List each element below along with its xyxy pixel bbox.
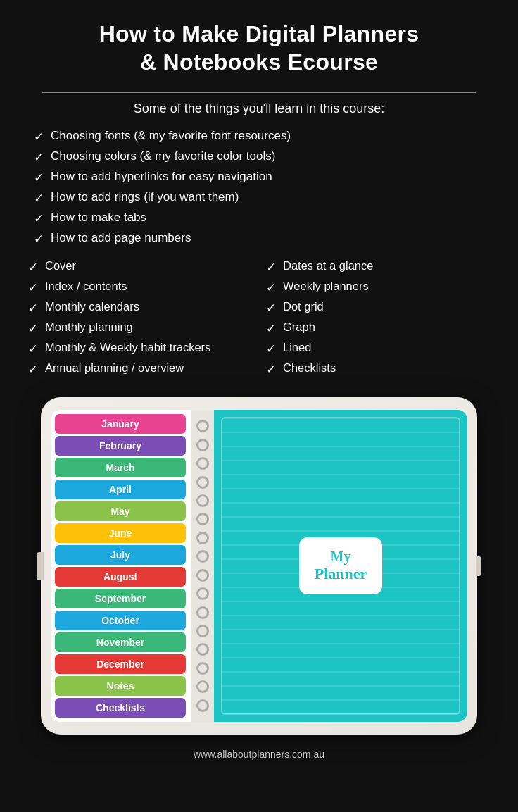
spiral-ring — [196, 699, 209, 712]
planner-cover: My Planner — [214, 410, 467, 722]
check-icon: ✓ — [34, 211, 44, 226]
planner-tab[interactable]: September — [55, 589, 186, 608]
spiral-ring — [196, 439, 209, 451]
check-icon: ✓ — [266, 301, 276, 316]
spiral-ring — [196, 606, 209, 619]
planner-tab[interactable]: December — [55, 654, 186, 674]
check-icon: ✓ — [28, 280, 38, 295]
checklist-text: How to add page numbers — [51, 231, 191, 245]
tablet-screen: JanuaryFebruaryMarchAprilMayJuneJulyAugu… — [51, 410, 467, 722]
checklist-text: Choosing colors (& my favorite color too… — [51, 149, 275, 163]
planner-tab-list: JanuaryFebruaryMarchAprilMayJuneJulyAugu… — [51, 410, 191, 722]
spiral-ring — [196, 680, 209, 693]
planner-tab[interactable]: April — [55, 480, 186, 499]
checklist-text: Graph — [283, 320, 315, 334]
checklist-text: Lined — [283, 341, 311, 354]
check-icon: ✓ — [34, 191, 44, 206]
checklist-text: Annual planning / overview — [45, 361, 184, 375]
page: How to Make Digital Planners& Notebooks … — [0, 0, 518, 770]
planner-tab[interactable]: Checklists — [55, 698, 186, 718]
spiral-ring — [196, 643, 209, 656]
spiral-ring — [196, 476, 209, 489]
checklist-text: Monthly calendars — [45, 300, 139, 313]
checklist-item: ✓Dot grid — [266, 300, 490, 316]
checklist-text: How to add hyperlinks for easy navigatio… — [51, 170, 272, 184]
check-icon: ✓ — [266, 260, 276, 275]
spiral-binding — [191, 410, 214, 722]
check-icon: ✓ — [28, 321, 38, 336]
spiral-ring — [196, 532, 209, 544]
planner-tab[interactable]: February — [55, 436, 186, 456]
check-icon: ✓ — [28, 301, 38, 316]
checklist-text: Cover — [45, 259, 76, 273]
planner-tab[interactable]: November — [55, 632, 186, 652]
header: How to Make Digital Planners& Notebooks … — [0, 0, 518, 83]
planner-my-text: My — [315, 549, 367, 565]
checklist-item: ✓How to make tabs — [34, 211, 484, 226]
planner-tab[interactable]: October — [55, 611, 186, 630]
checklist-item: ✓Dates at a glance — [266, 259, 490, 275]
subtitle: Some of the things you'll learn in this … — [0, 101, 518, 116]
spiral-ring — [196, 625, 209, 637]
checklist-item: ✓Weekly planners — [266, 280, 490, 295]
checklist-text: Monthly & Weekly habit trackers — [45, 341, 210, 354]
checklist-item: ✓Annual planning / overview — [28, 361, 252, 377]
checklist-text: Index / contents — [45, 280, 127, 293]
checklist-text: Monthly planning — [45, 320, 133, 334]
checklist-item: ✓Index / contents — [28, 280, 252, 295]
checklist-item: ✓Monthly calendars — [28, 300, 252, 316]
checklist-item: ✓Choosing fonts (& my favorite font reso… — [34, 129, 484, 144]
check-icon: ✓ — [34, 232, 44, 246]
checklist-text: Choosing fonts (& my favorite font resou… — [51, 129, 291, 143]
check-icon: ✓ — [266, 362, 276, 377]
checklist-item: ✓Cover — [28, 259, 252, 275]
checklist-text: Weekly planners — [283, 280, 369, 293]
check-icon: ✓ — [28, 260, 38, 275]
spiral-ring — [196, 457, 209, 470]
left-column: ✓Cover✓Index / contents✓Monthly calendar… — [28, 259, 252, 382]
two-column-list: ✓Cover✓Index / contents✓Monthly calendar… — [0, 259, 518, 382]
check-icon: ✓ — [34, 170, 44, 185]
tablet-home-button — [37, 552, 44, 580]
spiral-ring — [196, 662, 209, 675]
check-icon: ✓ — [28, 362, 38, 377]
check-icon: ✓ — [34, 150, 44, 165]
planner-tab[interactable]: August — [55, 567, 186, 587]
spiral-ring — [196, 420, 209, 432]
checklist-text: Dot grid — [283, 300, 324, 313]
planner-tab[interactable]: May — [55, 501, 186, 521]
check-icon: ✓ — [266, 342, 276, 356]
checklist-text: Checklists — [283, 361, 336, 375]
right-column: ✓Dates at a glance✓Weekly planners✓Dot g… — [266, 259, 490, 382]
main-title: How to Make Digital Planners& Notebooks … — [28, 20, 490, 76]
checklist-item: ✓Checklists — [266, 361, 490, 377]
spiral-ring — [196, 587, 209, 600]
checklist-item: ✓Graph — [266, 320, 490, 336]
checklist-item: ✓Lined — [266, 341, 490, 356]
divider — [42, 92, 476, 93]
checklist-item: ✓Choosing colors (& my favorite color to… — [34, 149, 484, 165]
planner-tab[interactable]: March — [55, 458, 186, 477]
checklist-text: How to make tabs — [51, 211, 146, 225]
planner-tab[interactable]: Notes — [55, 676, 186, 696]
planner-tab[interactable]: January — [55, 414, 186, 434]
planner-title-box: My Planner — [299, 537, 383, 594]
tablet-power-button — [476, 556, 481, 576]
footer: www.allaboutplanners.com.au — [0, 742, 518, 770]
planner-tab[interactable]: June — [55, 523, 186, 543]
check-icon: ✓ — [266, 280, 276, 295]
checklist-item: ✓How to add rings (if you want them) — [34, 190, 484, 206]
checklist-item: ✓How to add hyperlinks for easy navigati… — [34, 170, 484, 185]
checklist-text: Dates at a glance — [283, 259, 373, 273]
checklist-text: How to add rings (if you want them) — [51, 190, 239, 204]
checklist-item: ✓Monthly planning — [28, 320, 252, 336]
spiral-ring — [196, 550, 209, 563]
planner-tab[interactable]: July — [55, 545, 186, 565]
tablet-container: JanuaryFebruaryMarchAprilMayJuneJulyAugu… — [0, 397, 518, 742]
check-icon: ✓ — [266, 321, 276, 336]
spiral-ring — [196, 513, 209, 525]
top-checklist: ✓Choosing fonts (& my favorite font reso… — [0, 129, 518, 246]
spiral-ring — [196, 569, 209, 582]
planner-text: Planner — [315, 565, 367, 583]
check-icon: ✓ — [28, 342, 38, 356]
